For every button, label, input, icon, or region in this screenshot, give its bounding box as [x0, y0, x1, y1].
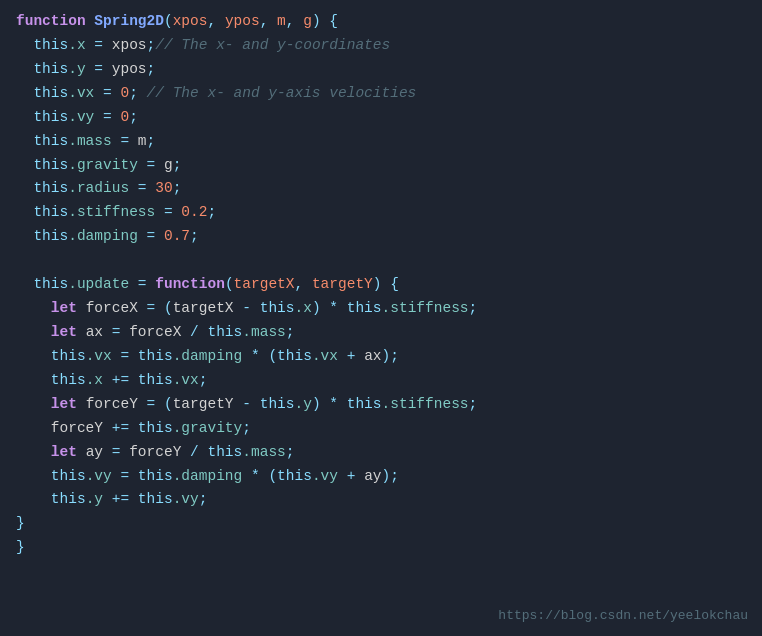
- code-block: function Spring2D(xpos, ypos, m, g) { th…: [0, 0, 762, 636]
- code-line-9: this.stiffness = 0.2;: [16, 201, 746, 225]
- code-line-11: [16, 249, 746, 273]
- code-line-18: forceY += this.gravity;: [16, 417, 746, 441]
- code-line-6: this.mass = m;: [16, 130, 746, 154]
- code-line-13: let forceX = (targetX - this.x) * this.s…: [16, 297, 746, 321]
- code-line-19: let ay = forceY / this.mass;: [16, 441, 746, 465]
- code-line-10: this.damping = 0.7;: [16, 225, 746, 249]
- code-line-7: this.gravity = g;: [16, 154, 746, 178]
- code-line-2: this.x = xpos;// The x- and y-coordinate…: [16, 34, 746, 58]
- code-line-17: let forceY = (targetY - this.y) * this.s…: [16, 393, 746, 417]
- code-line-3: this.y = ypos;: [16, 58, 746, 82]
- code-line-14: let ax = forceX / this.mass;: [16, 321, 746, 345]
- code-line-23: }: [16, 536, 746, 560]
- code-line-15: this.vx = this.damping * (this.vx + ax);: [16, 345, 746, 369]
- code-line-21: this.y += this.vy;: [16, 488, 746, 512]
- code-line-8: this.radius = 30;: [16, 177, 746, 201]
- code-line-12: this.update = function(targetX, targetY)…: [16, 273, 746, 297]
- code-line-16: this.x += this.vx;: [16, 369, 746, 393]
- code-line-4: this.vx = 0; // The x- and y-axis veloci…: [16, 82, 746, 106]
- code-line-1: function Spring2D(xpos, ypos, m, g) {: [16, 10, 746, 34]
- code-line-22: }: [16, 512, 746, 536]
- watermark: https://blog.csdn.net/yeelokchau: [498, 605, 748, 626]
- code-line-5: this.vy = 0;: [16, 106, 746, 130]
- code-line-20: this.vy = this.damping * (this.vy + ay);: [16, 465, 746, 489]
